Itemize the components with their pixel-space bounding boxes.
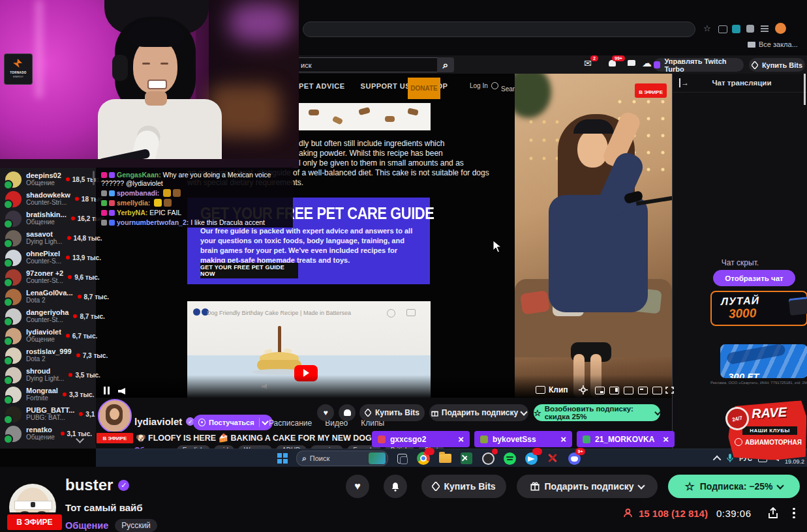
start-button[interactable] <box>275 451 290 466</box>
excel-icon[interactable] <box>459 451 474 466</box>
pet-site-login[interactable]: Log In <box>470 82 498 89</box>
buy-bits-button[interactable]: Купить Bits <box>421 475 506 498</box>
settings-gear-icon[interactable] <box>579 385 588 394</box>
more-options-kebab-icon[interactable] <box>793 508 795 519</box>
bookmark-star-icon[interactable] <box>703 23 711 33</box>
donate-button[interactable]: DONATE <box>408 78 440 99</box>
inner-search-button[interactable] <box>437 57 454 72</box>
chip-close-icon[interactable] <box>458 434 464 445</box>
inner-follow-heart-button[interactable] <box>317 404 334 421</box>
rave-club-banner[interactable]: RAVE НАШИ КЛУБЫ АВИАМОТОРНАЯ 24/7 <box>728 402 807 460</box>
inner-notify-bell-button[interactable] <box>339 404 356 421</box>
tray-expand-chevron-icon[interactable] <box>713 455 722 464</box>
subscribe-chevron-icon[interactable] <box>777 482 784 489</box>
inner-search-input[interactable]: иск <box>297 57 438 72</box>
notification-chip[interactable]: bykovetSss <box>474 431 572 447</box>
chip-close-icon[interactable] <box>560 434 566 445</box>
pet-site-nav-link[interactable]: PET ADVICE <box>299 82 345 90</box>
search-highlight-image[interactable] <box>369 452 386 464</box>
stats-icon[interactable] <box>652 387 662 394</box>
inner-buy-bits-button[interactable]: Купить Bits <box>359 404 425 421</box>
tornado-energy-box: TORNADO ENERGY <box>4 53 33 85</box>
sidebar-channel-row[interactable]: shadowkekw Counter-Stri... 18 тыс. <box>0 189 96 209</box>
extensions-puzzle-icon[interactable] <box>746 25 754 33</box>
volume-muted-icon[interactable] <box>118 388 125 394</box>
fullscreen-icon[interactable] <box>665 387 674 394</box>
browser-profile-avatar[interactable] <box>775 23 786 34</box>
bookmarks-bar[interactable]: Все закла... <box>748 40 798 48</box>
browser-menu-icon[interactable] <box>761 25 769 27</box>
drops-icon[interactable] <box>642 57 652 69</box>
header-buy-bits-button[interactable]: Купить Bits <box>749 58 805 72</box>
sidebar-channel-row[interactable]: 97zoner +2 Counter-St... 9,6 тыс. <box>0 267 96 287</box>
chrome-icon[interactable] <box>416 451 431 466</box>
pet-site-search[interactable]: Searc <box>501 82 515 94</box>
share-arrow-icon[interactable] <box>406 309 416 316</box>
notification-chip[interactable]: 21_MORKOVKA <box>577 431 675 447</box>
red-x-app-icon[interactable] <box>545 451 560 466</box>
theatre-mode-icon[interactable] <box>609 387 619 394</box>
blue-promo-banner[interactable]: 300 FT <box>720 344 807 378</box>
obs-icon[interactable] <box>480 451 496 466</box>
sidebar-channel-row[interactable]: Mongraal Fortnite 3,3 тыс. <box>0 385 96 404</box>
extension-badge-icon[interactable] <box>732 25 740 33</box>
discord-icon[interactable]: 9+ <box>566 451 582 466</box>
channel-nav-link[interactable]: Расписание <box>269 419 312 428</box>
sidebar-channel-row[interactable]: lydiaviolet Общение 6,7 тыс. <box>0 326 96 346</box>
pet-site-nav-link[interactable]: SUPPORT US <box>361 82 411 90</box>
inner-channel-name[interactable]: lydiaviolet <box>134 416 182 427</box>
browser-scrollbar[interactable] <box>804 74 806 105</box>
follow-dropdown-chevron-icon[interactable] <box>262 418 269 425</box>
notify-bell-button[interactable] <box>384 475 407 498</box>
pip-icon[interactable] <box>595 387 605 394</box>
sidebar-scrollbar[interactable] <box>93 171 95 185</box>
watch-later-icon[interactable] <box>387 309 395 318</box>
resub-discount-button[interactable]: Возобновить подписку: скидка 25% <box>534 404 660 421</box>
browser-address-bar[interactable] <box>303 22 695 37</box>
collapse-chat-icon[interactable] <box>679 78 689 87</box>
channel-name: shroud <box>26 367 64 375</box>
inner-gift-sub-button[interactable]: Подарить подписку <box>429 404 528 421</box>
task-view-button[interactable] <box>394 451 410 466</box>
gift-dropdown-chevron-icon[interactable] <box>521 408 528 415</box>
inner-channel-avatar[interactable] <box>98 399 132 433</box>
sidebar-channel-row[interactable]: rostislav_999 Dota 2 7,3 тыс. <box>0 346 96 365</box>
sidebar-channel-row[interactable]: bratishkin... Общение 16,2 тыс. <box>0 209 96 228</box>
taskbar-search-box[interactable]: Поиск <box>296 451 388 466</box>
clip-button[interactable]: Клип <box>536 385 568 394</box>
sidebar-channel-row[interactable]: sasavot Dying Ligh... 14,8 тыс. <box>0 228 96 248</box>
sidebar-channel-row[interactable]: LenaGol0va... Dota 2 8,7 тыс. <box>0 287 96 306</box>
telegram-icon[interactable] <box>523 451 539 466</box>
notification-chip[interactable]: gxxcsgo2 <box>372 431 470 447</box>
split-tab-icon[interactable] <box>718 25 727 33</box>
gift-chevron-icon[interactable] <box>638 482 645 489</box>
pause-button[interactable] <box>104 387 110 394</box>
bottom-channel-name[interactable]: buster <box>65 476 113 494</box>
turbo-icon <box>654 61 660 68</box>
sidebar-channel-row[interactable]: dangeriyoha Counter-St... 8,7 тыс. <box>0 306 96 326</box>
subscribe-discount-button[interactable]: Подписка: −25% <box>668 475 800 498</box>
follow-heart-button[interactable] <box>346 475 369 498</box>
pet-guide-button[interactable]: GET YOUR FREE PET GUIDE NOW <box>200 263 298 278</box>
sidebar-channel-row[interactable]: deepins02 Общение 18,5 тыс. <box>0 170 96 189</box>
squad-view-icon[interactable] <box>624 387 633 394</box>
show-chat-button[interactable]: Отобразить чат <box>713 270 795 286</box>
share-icon[interactable] <box>767 507 779 519</box>
sidebar-channel-row[interactable]: shroud Dying Light... 3,5 тыс. <box>0 365 96 385</box>
spotify-icon[interactable] <box>502 451 517 466</box>
loot-banner[interactable]: ЛУТАЙ 3000 <box>710 291 807 326</box>
whispers-icon[interactable] <box>628 60 635 66</box>
popout-icon[interactable] <box>638 387 648 394</box>
turbo-button[interactable]: Управлять Twitch Turbo <box>654 58 744 72</box>
bottom-lang-tag[interactable]: Русский <box>115 519 157 532</box>
bottom-category-link[interactable]: Общение <box>65 520 108 531</box>
stream-chat-panel: Чат трансляции Чат скрыт. Отобразить чат… <box>672 74 807 449</box>
gift-sub-button[interactable]: Подарить подписку <box>517 475 658 498</box>
sidebar-channel-row[interactable]: ohnePixel Counter-S... 13,9 тыс. <box>0 248 96 267</box>
sidebar-channel-row[interactable]: PUBG_BATT... PUBG: BAT... 3,1 тыс. <box>0 404 96 424</box>
follow-button[interactable]: Постучаться <box>193 415 273 430</box>
chip-close-icon[interactable] <box>663 434 669 445</box>
channel-name: dangeriyoha <box>26 308 69 316</box>
file-explorer-icon[interactable] <box>437 451 453 466</box>
channel-avatar <box>5 426 22 442</box>
